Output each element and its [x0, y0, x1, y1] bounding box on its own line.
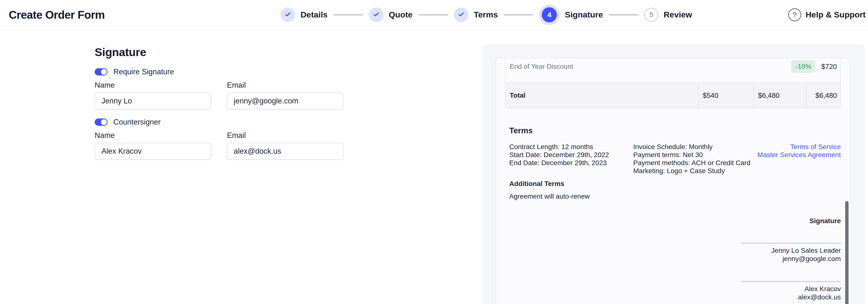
step-connector: [504, 14, 533, 16]
step-review[interactable]: 5 Review: [644, 8, 692, 22]
terms-column-payment: Invoice Schedule: Monthly Payment terms:…: [633, 143, 750, 175]
step-review-circle: 5: [644, 8, 658, 22]
name-label: Name: [95, 81, 211, 89]
terms-line: Start Date: December 29th, 2022: [509, 151, 633, 159]
name-label: Name: [95, 131, 211, 140]
step-details-circle: [281, 7, 295, 22]
additional-terms-heading: Additional Terms: [509, 180, 841, 188]
countersigner-row: Countersigner: [95, 119, 482, 126]
signer-email-input[interactable]: [227, 92, 343, 110]
discount-amount: $720: [821, 63, 837, 71]
email-label: Email: [227, 131, 343, 140]
total-grand-value: $6,480: [806, 83, 840, 108]
terms-line: Marketing: Logo + Case Study: [633, 167, 750, 175]
discount-badge: -10%: [791, 60, 815, 73]
check-icon: [284, 11, 291, 19]
signer-email-group: Email: [227, 75, 343, 110]
header: Create Order Form Details Quote Terms 4 …: [0, 0, 868, 30]
signature-form-pane: Signature Require Signature Name Email C…: [0, 30, 482, 304]
step-details[interactable]: Details: [281, 7, 328, 22]
total-label: Total: [506, 83, 698, 108]
email-label: Email: [227, 81, 343, 89]
main-content: Signature Require Signature Name Email C…: [0, 30, 868, 304]
step-terms-label: Terms: [474, 10, 498, 20]
require-signature-row: Require Signature: [95, 68, 482, 75]
signature-line: [741, 243, 841, 244]
terms-line: Invoice Schedule: Monthly: [633, 143, 750, 151]
countersigner-email: alex@dock.us: [505, 293, 841, 301]
additional-terms-text: Agreement will auto-renew: [509, 192, 841, 200]
terms-section: Terms Contract Length: 12 months Start D…: [509, 126, 841, 200]
countersigner-email-group: Email: [227, 126, 343, 160]
toggle-knob: [101, 69, 107, 75]
terms-of-service-link[interactable]: Terms of Service: [750, 143, 841, 151]
discount-row: End of Year Discount -10% $720: [506, 58, 840, 82]
step-quote[interactable]: Quote: [369, 7, 413, 22]
terms-line: Contract Length: 12 months: [509, 143, 633, 151]
check-icon: [373, 11, 380, 19]
pricing-table: End of Year Discount -10% $720 Total $54…: [505, 58, 841, 109]
step-connector: [334, 14, 363, 16]
require-signature-label: Require Signature: [113, 67, 174, 76]
signature-block-heading: Signature: [505, 217, 841, 225]
total-row: Total $540 $6,480 $6,480: [506, 82, 840, 108]
step-details-label: Details: [301, 10, 328, 20]
check-icon: [458, 11, 465, 19]
countersigner-name-input[interactable]: [95, 143, 211, 160]
total-annual-value: $6,480: [753, 83, 806, 108]
step-signature-label: Signature: [565, 10, 603, 20]
step-terms-circle: [454, 7, 468, 22]
question-mark-icon: ?: [788, 8, 801, 21]
signer-signature-area: Jenny Lo Sales Leader jenny@google.com: [505, 243, 841, 263]
countersigner-name-group: Name: [95, 126, 211, 160]
step-review-label: Review: [663, 10, 692, 20]
terms-line: End Date: December 29th, 2023: [509, 159, 633, 167]
terms-line: Payment terms: Net 30: [633, 151, 750, 159]
step-quote-label: Quote: [389, 10, 413, 20]
total-monthly-value: $540: [698, 83, 753, 108]
step-connector: [418, 14, 448, 16]
order-preview-panel: End of Year Discount -10% $720 Total $54…: [482, 44, 865, 304]
countersigner-signature-area: Alex Kracov alex@dock.us: [505, 281, 841, 301]
terms-line: Payment methods: ACH or Credit Card: [633, 159, 750, 167]
help-and-support-button[interactable]: ? Help & Support: [788, 8, 866, 21]
master-services-agreement-link[interactable]: Master Services Agreement: [750, 151, 841, 159]
page-title: Create Order Form: [9, 8, 104, 21]
countersigner-label: Countersigner: [113, 118, 161, 126]
help-label: Help & Support: [806, 10, 866, 20]
terms-heading: Terms: [509, 126, 841, 135]
countersigner-email-input[interactable]: [227, 143, 343, 160]
step-terms[interactable]: Terms: [454, 7, 498, 22]
terms-grid: Contract Length: 12 months Start Date: D…: [509, 143, 841, 175]
terms-column-links: Terms of Service Master Services Agreeme…: [750, 143, 841, 175]
signer-email: jenny@google.com: [505, 255, 841, 263]
step-signature-current[interactable]: 4 Signature: [539, 7, 603, 22]
signer-fields: Name Email: [95, 75, 482, 110]
signature-line: [741, 281, 841, 282]
discount-label: End of Year Discount: [510, 60, 573, 73]
order-preview-document: End of Year Discount -10% $720 Total $54…: [496, 58, 850, 304]
terms-column-dates: Contract Length: 12 months Start Date: D…: [509, 143, 633, 175]
countersigner-toggle[interactable]: [95, 119, 107, 126]
form-heading: Signature: [95, 47, 482, 58]
toggle-knob: [101, 119, 107, 125]
discount-values: -10% $720: [791, 60, 837, 73]
stepper: Details Quote Terms 4 Signature 5 Review: [281, 0, 692, 29]
step-signature-circle: 4: [542, 7, 557, 22]
signature-block: Signature Jenny Lo Sales Leader jenny@go…: [505, 217, 841, 301]
require-signature-toggle[interactable]: [95, 68, 107, 75]
countersigner-fields: Name Email: [95, 126, 482, 160]
signer-name-group: Name: [95, 75, 211, 110]
step-quote-circle: [369, 7, 383, 22]
create-order-form-page: { "header": { "title": "Create Order For…: [0, 0, 868, 304]
preview-scrollbar-thumb[interactable]: [845, 201, 848, 304]
step-connector: [609, 14, 639, 16]
signer-name: Jenny Lo Sales Leader: [505, 246, 841, 255]
countersigner-name: Alex Kracov: [505, 285, 841, 293]
signer-name-input[interactable]: [95, 92, 211, 110]
